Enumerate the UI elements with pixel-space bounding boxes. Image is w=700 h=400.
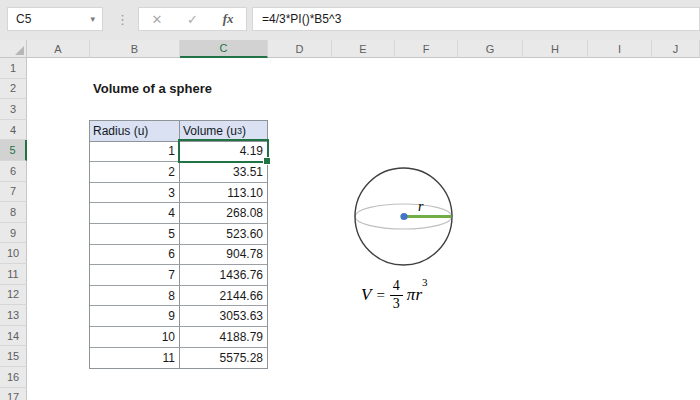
column-header-B[interactable]: B [90, 40, 180, 58]
formula-exponent: 3 [422, 276, 428, 288]
enter-icon[interactable]: ✓ [187, 12, 198, 27]
table-row: 82144.66 [90, 286, 267, 307]
table-body: 14.19233.513113.104268.085523.606904.787… [90, 142, 267, 369]
radius-cell[interactable]: 2 [90, 162, 180, 182]
column-header-C[interactable]: C [180, 40, 268, 58]
radius-cell[interactable]: 10 [90, 327, 180, 347]
insert-function-icon[interactable]: fx [223, 11, 234, 27]
radius-cell[interactable]: 11 [90, 348, 180, 369]
row-header-1[interactable]: 1 [0, 58, 27, 79]
column-header-E[interactable]: E [332, 40, 395, 58]
table-row: 71436.76 [90, 265, 267, 286]
row-header-12[interactable]: 12 [0, 285, 27, 306]
row-header-2[interactable]: 2 [0, 79, 27, 100]
radius-cell[interactable]: 4 [90, 203, 180, 223]
row-header-10[interactable]: 10 [0, 243, 27, 264]
formula-text: =4/3*PI()*B5^3 [262, 12, 341, 26]
name-box-value: C5 [16, 12, 31, 26]
formula-bar-input[interactable]: =4/3*PI()*B5^3 [252, 7, 700, 31]
volume-cell[interactable]: 33.51 [180, 162, 267, 182]
column-headers: ABCDEFGHIJ [27, 40, 700, 58]
row-header-3[interactable]: 3 [0, 99, 27, 120]
volume-cell[interactable]: 1436.76 [180, 265, 267, 285]
toolbar-separator-dots-icon: ⋮ [116, 7, 129, 31]
formula-buttons-box: ✕ ✓ fx [138, 7, 247, 31]
column-header-G[interactable]: G [458, 40, 523, 58]
row-header-17[interactable]: 17 [0, 388, 27, 400]
row-header-8[interactable]: 8 [0, 202, 27, 223]
radius-label: r [418, 199, 424, 214]
row-header-6[interactable]: 6 [0, 161, 27, 182]
formula-equals: = [376, 287, 384, 304]
table-row: 93053.63 [90, 306, 267, 327]
radius-cell[interactable]: 3 [90, 183, 180, 203]
column-header-J[interactable]: J [652, 40, 700, 58]
fill-handle[interactable] [263, 157, 271, 165]
table-row: 233.51 [90, 162, 267, 183]
row-header-11[interactable]: 11 [0, 264, 27, 285]
formula-bar-region: C5 ▾ ⋮ ✕ ✓ fx =4/3*PI()*B5^3 [0, 0, 700, 40]
row-header-9[interactable]: 9 [0, 223, 27, 244]
volume-cell[interactable]: 4188.79 [180, 327, 267, 347]
volume-cell[interactable]: 2144.66 [180, 286, 267, 306]
active-cell-selection[interactable] [178, 139, 269, 163]
table-row: 6904.78 [90, 245, 267, 266]
name-box[interactable]: C5 ▾ [7, 7, 103, 31]
volume-formula[interactable]: V = 4 3 πr 3 [361, 272, 428, 318]
column-header-D[interactable]: D [268, 40, 332, 58]
row-header-4[interactable]: 4 [0, 120, 27, 141]
formula-fraction: 4 3 [390, 278, 403, 311]
cancel-icon[interactable]: ✕ [151, 12, 162, 27]
formula-pi-r: πr [407, 285, 422, 305]
volume-cell[interactable]: 3053.63 [180, 306, 267, 326]
column-header-H[interactable]: H [523, 40, 588, 58]
radius-cell[interactable]: 8 [90, 286, 180, 306]
radius-cell[interactable]: 1 [90, 142, 180, 162]
row-header-5[interactable]: 5 [0, 140, 27, 161]
select-all-corner[interactable] [0, 40, 27, 58]
volume-cell[interactable]: 113.10 [180, 183, 267, 203]
radius-cell[interactable]: 7 [90, 265, 180, 285]
volume-cell[interactable]: 523.60 [180, 224, 267, 244]
volume-cell[interactable]: 268.08 [180, 203, 267, 223]
column-header-row: ABCDEFGHIJ [0, 40, 700, 58]
center-dot [400, 213, 407, 220]
column-header-A[interactable]: A [27, 40, 90, 58]
row-header-14[interactable]: 14 [0, 326, 27, 347]
table-row: 3113.10 [90, 183, 267, 204]
radius-cell[interactable]: 6 [90, 245, 180, 265]
column-header-F[interactable]: F [395, 40, 458, 58]
sphere-diagram[interactable]: r [350, 163, 458, 271]
radius-cell[interactable]: 9 [90, 306, 180, 326]
radius-cell[interactable]: 5 [90, 224, 180, 244]
row-header-13[interactable]: 13 [0, 305, 27, 326]
table-row: 5523.60 [90, 224, 267, 245]
row-header-7[interactable]: 7 [0, 182, 27, 203]
volume-header-cell[interactable]: Volume (u3) [180, 121, 267, 141]
name-box-dropdown-icon[interactable]: ▾ [90, 14, 102, 24]
table-row: 4268.08 [90, 203, 267, 224]
sheet-title-cell[interactable]: Volume of a sphere [93, 81, 212, 96]
radius-header-cell[interactable]: Radius (u) [90, 121, 180, 141]
formula-lhs: V [361, 285, 371, 305]
table-row: 104188.79 [90, 327, 267, 348]
table-row: 115575.28 [90, 348, 267, 369]
column-header-I[interactable]: I [588, 40, 652, 58]
volume-cell[interactable]: 5575.28 [180, 348, 267, 369]
row-headers: 1234567891011121314151617 [0, 58, 27, 400]
volume-cell[interactable]: 904.78 [180, 245, 267, 265]
row-header-15[interactable]: 15 [0, 346, 27, 367]
row-header-16[interactable]: 16 [0, 367, 27, 388]
